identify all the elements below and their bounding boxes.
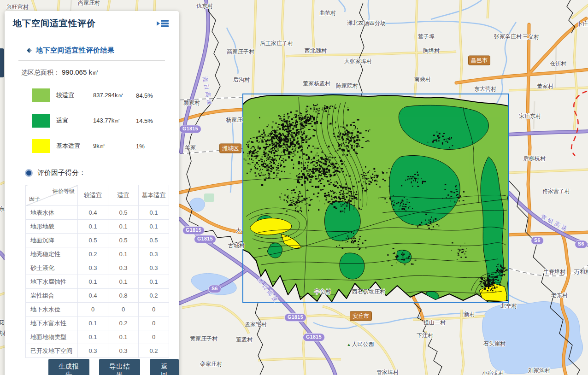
factor-name: 地表水体 bbox=[26, 206, 78, 220]
legend-area: 9k㎡ bbox=[93, 142, 136, 150]
factor-score: 0.3 bbox=[139, 247, 169, 261]
table-column-header: 较适宜 bbox=[78, 185, 108, 206]
collapse-panel-icon[interactable] bbox=[157, 19, 169, 29]
factor-score: 0.2 bbox=[139, 289, 169, 303]
table-row: 地壳稳定性0.20.10.3 bbox=[26, 247, 169, 261]
factor-score-table: 评价等级 因子 较适宜适宜基本适宜 地表水体0.40.50.1地形地貌0.10.… bbox=[25, 185, 169, 358]
factor-score: 0.1 bbox=[108, 275, 139, 289]
factor-score: 0.1 bbox=[78, 275, 108, 289]
factor-name: 已开发地下空间 bbox=[26, 344, 78, 358]
hamburger-icon bbox=[161, 19, 169, 29]
panel-title: 地下空间适宜性评价 bbox=[13, 18, 96, 29]
factor-score: 0 bbox=[139, 330, 169, 344]
factor-name: 岩性组合 bbox=[26, 289, 78, 303]
generate-report-button[interactable]: 生成报告 bbox=[48, 359, 89, 375]
table-row: 地下水腐蚀性0.10.10.1 bbox=[26, 275, 169, 289]
factor-score: 0.5 bbox=[139, 234, 169, 247]
factor-score: 0.2 bbox=[139, 344, 169, 358]
factor-score: 0 bbox=[78, 303, 108, 316]
legend-percent: 84.5% bbox=[136, 92, 153, 99]
legend-row: 基本适宜 9k㎡ 1% bbox=[13, 139, 171, 153]
factor-score: 0.4 bbox=[78, 289, 108, 303]
factor-name: 地形地貌 bbox=[26, 220, 78, 234]
table-corner-cell: 评价等级 因子 bbox=[26, 185, 78, 206]
park-patch bbox=[204, 193, 214, 202]
legend-swatch bbox=[32, 88, 50, 102]
factor-score: 0.5 bbox=[78, 234, 108, 247]
legend-percent: 1% bbox=[136, 143, 145, 150]
factor-score: 0.3 bbox=[108, 344, 139, 358]
factor-score: 0.1 bbox=[139, 275, 169, 289]
legend-label: 较适宜 bbox=[56, 91, 93, 100]
legend-label: 适宜 bbox=[56, 117, 93, 125]
factor-name: 地下水腐蚀性 bbox=[26, 275, 78, 289]
corner-label-grade: 评价等级 bbox=[53, 188, 75, 195]
diamond-icon bbox=[27, 48, 32, 53]
suitability-overlay bbox=[237, 95, 512, 302]
total-area-label: 选区总面积： bbox=[21, 69, 60, 76]
factor-score: 0.5 bbox=[108, 234, 139, 247]
factor-name: 砂土液化 bbox=[26, 261, 78, 275]
table-row: 砂土液化0.30.30.3 bbox=[26, 261, 169, 275]
total-area-value: 990.065 k㎡ bbox=[62, 68, 99, 76]
legend-area: 143.77k㎡ bbox=[93, 117, 136, 125]
legend-row: 较适宜 837.294k㎡ 84.5% bbox=[13, 88, 171, 102]
table-row: 地面地物类型0.10.10 bbox=[26, 330, 169, 344]
factor-score: 0.8 bbox=[108, 289, 139, 303]
factor-name: 地面地物类型 bbox=[26, 330, 78, 344]
divider bbox=[18, 60, 165, 61]
factor-score: 0.1 bbox=[78, 330, 108, 344]
factor-score: 0.3 bbox=[78, 261, 108, 275]
result-section-title: 地下空间适宜性评价结果 bbox=[36, 46, 115, 55]
factor-score: 0.1 bbox=[139, 220, 169, 234]
bullet-circle-icon bbox=[25, 169, 33, 177]
legend-area: 837.294k㎡ bbox=[93, 91, 136, 100]
corner-label-factor: 因子 bbox=[29, 195, 40, 203]
factor-name: 地壳稳定性 bbox=[26, 247, 78, 261]
factor-score: 0.3 bbox=[139, 261, 169, 275]
legend-row: 适宜 143.77k㎡ 14.5% bbox=[13, 114, 171, 128]
factor-score: 0.2 bbox=[78, 247, 108, 261]
back-button[interactable]: 返回 bbox=[150, 359, 179, 375]
table-row: 岩性组合0.40.80.2 bbox=[26, 289, 169, 303]
table-column-header: 适宜 bbox=[108, 185, 139, 206]
triangle-icon bbox=[157, 21, 160, 26]
factor-score: 0.2 bbox=[108, 316, 139, 330]
export-results-button[interactable]: 导出结果 bbox=[99, 359, 140, 375]
factor-name: 地下水水位 bbox=[26, 303, 78, 316]
table-row: 地表水体0.40.50.1 bbox=[26, 206, 169, 220]
legend-label: 基本适宜 bbox=[56, 142, 93, 150]
legend-percent: 14.5% bbox=[136, 117, 153, 124]
table-row: 地面沉降0.50.50.5 bbox=[26, 234, 169, 247]
evaluation-panel: 地下空间适宜性评价 地下空间适宜性评价结果 选区总面积：990.065 k㎡ 较… bbox=[5, 11, 179, 375]
panel-buttons: 生成报告导出结果返回 bbox=[48, 359, 179, 375]
factor-score: 0 bbox=[139, 316, 169, 330]
factor-name: 地下水富水性 bbox=[26, 316, 78, 330]
factor-score: 0.1 bbox=[108, 330, 139, 344]
factors-title: 评价因子得分： bbox=[37, 169, 86, 177]
factor-name: 地面沉降 bbox=[26, 234, 78, 247]
legend-swatch bbox=[32, 139, 50, 153]
factor-score: 0 bbox=[139, 303, 169, 316]
suitability-legend: 较适宜 837.294k㎡ 84.5% 适宜 143.77k㎡ 14.5% 基本… bbox=[13, 88, 171, 153]
collapsed-side-tab[interactable] bbox=[0, 48, 4, 77]
table-row: 地下水富水性0.10.20 bbox=[26, 316, 169, 330]
factor-score: 0.1 bbox=[139, 206, 169, 220]
table-row: 已开发地下空间0.30.30.2 bbox=[26, 344, 169, 358]
factor-score: 0.4 bbox=[78, 206, 108, 220]
legend-swatch bbox=[32, 114, 50, 128]
factor-score: 0 bbox=[108, 303, 139, 316]
factor-score: 0.5 bbox=[108, 206, 139, 220]
factor-score: 0.3 bbox=[78, 344, 108, 358]
table-row: 地形地貌0.10.10.1 bbox=[26, 220, 169, 234]
factor-score: 0.3 bbox=[108, 261, 139, 275]
table-row: 地下水水位000 bbox=[26, 303, 169, 316]
factor-score: 0.1 bbox=[78, 316, 108, 330]
table-column-header: 基本适宜 bbox=[139, 185, 169, 206]
factor-score: 0.1 bbox=[108, 247, 139, 261]
factor-score: 0.1 bbox=[108, 220, 139, 234]
factor-score: 0.1 bbox=[78, 220, 108, 234]
